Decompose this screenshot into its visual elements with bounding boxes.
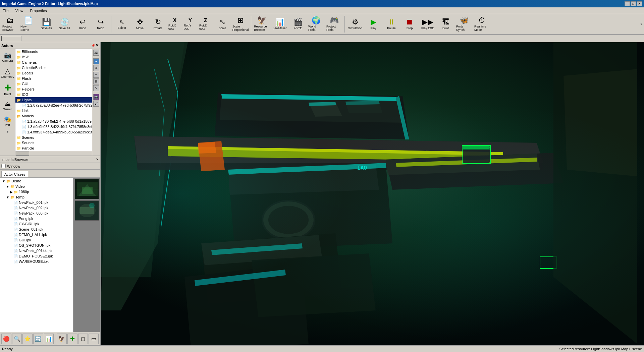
actors-close-button[interactable]: ✕: [96, 43, 99, 48]
actors-tree[interactable]: 📁 Billboards 📁 BSP 📁 Cameras 📁: [15, 49, 92, 151]
menu-file[interactable]: File: [1, 8, 10, 13]
ft-item-peng[interactable]: ▶ 📄 Peng.ipk: [1, 216, 72, 221]
hscroll-thumb[interactable]: [16, 152, 29, 156]
play-button[interactable]: ▶ Play: [365, 15, 382, 34]
viewport-cam-button[interactable]: 📷: [93, 94, 99, 100]
viewport-brush-button[interactable]: 🖌: [93, 101, 99, 107]
tree-item-link[interactable]: 📁 Link: [15, 108, 92, 113]
rot-z-button[interactable]: Z Rot.Z 90C: [198, 15, 213, 34]
ft-item-newpack003[interactable]: ▶ 📄 NewPack_003.ipk: [1, 211, 72, 216]
tree-item-billboards[interactable]: 📁 Billboards: [15, 49, 92, 54]
select-button[interactable]: ↖ Select: [113, 15, 130, 34]
ft-item-demo[interactable]: ▼ 📂 Demo: [1, 178, 72, 184]
project-browser-button[interactable]: 🗂 Project Browser: [1, 15, 19, 34]
ib-red-button[interactable]: 🔴: [1, 334, 11, 344]
ft-item-1080p[interactable]: ▶ 📁 1080p: [1, 189, 72, 194]
ft-item-demo-hall[interactable]: ▶ 📄 DEMO_HALL.ipk: [1, 232, 72, 237]
scale-prop-button[interactable]: ⊞ Scale Proportional: [232, 15, 249, 34]
sidebar-item-geometry[interactable]: △ Geometry: [1, 66, 14, 80]
close-button[interactable]: ✕: [637, 1, 642, 6]
ib-add-button[interactable]: ✚: [67, 334, 77, 344]
file-tree[interactable]: ▼ 📂 Demo ▼ 📂 Video ▶ 📁 1080p: [0, 178, 73, 332]
ft-item-newpack00144[interactable]: ▶ 📄 NewPack_00144.ipk: [1, 248, 72, 253]
build-button[interactable]: 🏗 Build: [437, 15, 454, 34]
viewport-scale-button[interactable]: ⤡: [93, 85, 99, 91]
move-button[interactable]: ✥ Move: [131, 15, 149, 34]
ft-item-cy-girl[interactable]: ▶ 📄 CY-GIRL.ipk: [1, 221, 72, 227]
save-as-button[interactable]: 💾 Save As: [38, 15, 55, 34]
ib-dash-button[interactable]: ▭: [89, 334, 99, 344]
rotate-button[interactable]: ↻ Rotate: [149, 15, 167, 34]
undo-button[interactable]: ↩ Undo: [74, 15, 91, 34]
ib-star-button[interactable]: ⭐: [22, 334, 33, 344]
ib-square-button[interactable]: ◻: [78, 334, 88, 344]
stop-button[interactable]: ⏹ Stop: [401, 15, 418, 34]
ft-item-temp[interactable]: ▼ 📂 Temp: [1, 194, 72, 200]
lawmaker-button[interactable]: 📊 LawMaker: [271, 15, 288, 34]
tree-item-model-2[interactable]: 📄 1.3.d9c0b058-8d22-49f4-87fd-7858e3cf..…: [15, 124, 92, 129]
save-all-button[interactable]: 💿 Save All: [56, 15, 73, 34]
maximize-button[interactable]: □: [631, 1, 636, 6]
tree-item-model-1[interactable]: 📄 1.1.a5a8f470-0eb2-4ffe-bf88-0d1a1569..…: [15, 119, 92, 124]
ib-search-button[interactable]: 🔍: [12, 334, 22, 344]
viewport-plus-button[interactable]: +: [93, 72, 99, 78]
sidebar-item-paint[interactable]: ✚ Paint: [1, 82, 14, 97]
menu-view[interactable]: View: [14, 8, 25, 13]
tree-item-icg[interactable]: 📁 ICG: [15, 92, 92, 97]
tree-item-scenes[interactable]: 📁 Scenes: [15, 135, 92, 140]
world-prefs-button[interactable]: 🌍 World Prefs.: [307, 15, 325, 34]
toolbar2-field[interactable]: [1, 36, 21, 41]
toolbar-overflow-arrow[interactable]: ▼: [640, 23, 643, 26]
ft-item-video[interactable]: ▼ 📂 Video: [1, 184, 72, 189]
imperial-browser-close[interactable]: ✕: [96, 158, 99, 161]
viewport-eye-button[interactable]: 👁: [93, 65, 99, 71]
tree-item-helpers[interactable]: 📁 Helpers: [15, 86, 92, 92]
anite-button[interactable]: 🎬 AniTE: [289, 15, 307, 34]
ib-eagle-button[interactable]: 🦅: [57, 334, 67, 344]
ib-chart-button[interactable]: 📊: [44, 334, 54, 344]
tree-item-model-3[interactable]: 📄 1.4.fffff537-dea8-4099-b5d8-55a239cc3.…: [15, 129, 92, 135]
redo-button[interactable]: ↪ Redo: [92, 15, 109, 34]
pause-button[interactable]: ⏸ Pause: [383, 15, 400, 34]
sidebar-expand-arrow[interactable]: ▼: [6, 130, 9, 133]
tree-item-flash[interactable]: 📁 Flash: [15, 76, 92, 81]
viewport-grid-button[interactable]: ⊞: [93, 78, 99, 84]
tab-actor-clases[interactable]: Actor Clases: [1, 171, 28, 177]
simulation-button[interactable]: ⚙ Simulation: [346, 15, 364, 34]
tree-item-celestiobodies[interactable]: 📁 CelestioBodies: [15, 65, 92, 70]
viewport-perspective-icon[interactable]: ●: [93, 58, 99, 64]
scale-button[interactable]: ⤡ Scale: [214, 15, 231, 34]
play-exe-button[interactable]: ▶▶ Play EXE: [419, 15, 436, 34]
project-prefs-button[interactable]: 🎮 Project Prefs.: [325, 15, 343, 34]
ports-synch-button[interactable]: 🦋 Ports Synch: [455, 15, 473, 34]
actors-hscroll[interactable]: [15, 151, 92, 156]
rot-x-button[interactable]: X Rot.X 90C: [167, 15, 182, 34]
ft-item-newpack002[interactable]: ▶ 📄 NewPack_002.ipk: [1, 205, 72, 211]
tree-item-lights-child[interactable]: 📄 1.2.872a8a38-d2ee-47ed-b39d-2c75f92...: [15, 103, 92, 108]
sidebar-item-camera[interactable]: 📷 Camera: [1, 50, 14, 64]
ft-item-os-shotgun[interactable]: ▶ 📄 OS_SHOTGUN.ipk: [1, 243, 72, 248]
rot-y-button[interactable]: Y Rot.Y 90C: [183, 15, 198, 34]
sidebar-item-terrain[interactable]: ⛰ Terrain: [1, 99, 14, 112]
actors-pin-icon[interactable]: 📌: [91, 44, 95, 47]
tree-item-lights[interactable]: 📂 Lights: [15, 97, 92, 103]
tree-item-cameras[interactable]: 📁 Cameras: [15, 60, 92, 65]
ft-item-demo-house2[interactable]: ▶ 📄 DEMO_HOUSE2.ipk: [1, 253, 72, 259]
tree-item-sounds[interactable]: 📁 Sounds: [15, 140, 92, 145]
resource-browser-button[interactable]: 🦅 Resource Browser: [253, 15, 270, 34]
tree-item-bsp[interactable]: 📁 BSP: [15, 54, 92, 60]
tree-item-models[interactable]: 📂 Models: [15, 113, 92, 119]
window-checkbox[interactable]: [1, 164, 6, 168]
new-scene-button[interactable]: 📄 New Scene: [19, 15, 37, 34]
ft-item-gui[interactable]: ▶ 📄 GUI.ipk: [1, 237, 72, 243]
viewport-3d-button[interactable]: 3D: [93, 50, 99, 56]
viewport-3d[interactable]: IAO: [101, 42, 644, 345]
ft-item-newpack001[interactable]: ▶ 📄 NewPack_001.ipk: [1, 200, 72, 205]
menu-properties[interactable]: Properties: [29, 8, 48, 13]
tree-item-particle-1[interactable]: 📁 Particle: [15, 145, 92, 151]
realtime-mode-button[interactable]: ⏱ Realtime Mode: [473, 15, 491, 34]
tree-item-decals[interactable]: 📁 Decals: [15, 70, 92, 76]
minimize-button[interactable]: —: [625, 1, 630, 6]
ft-item-scene001[interactable]: ▶ 📄 Scene_001.ipk: [1, 227, 72, 232]
sidebar-item-imb[interactable]: 🎭 IMB: [1, 114, 14, 128]
